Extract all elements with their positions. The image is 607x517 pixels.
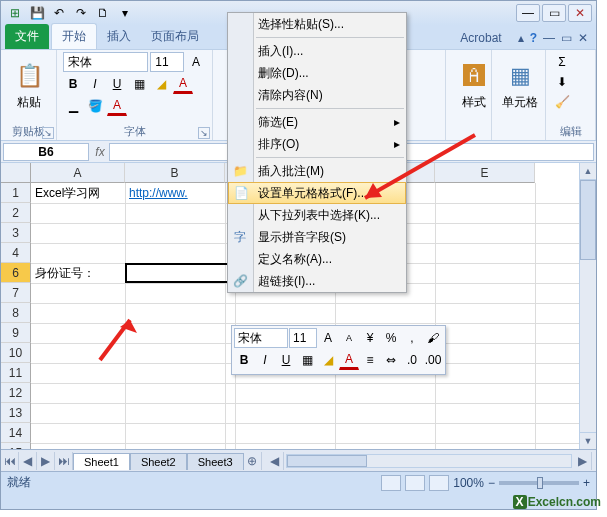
minimize-button[interactable]: — [516, 4, 540, 22]
cells-button[interactable]: ▦ 单元格 [498, 52, 542, 118]
scroll-up-icon[interactable]: ▲ [580, 163, 596, 180]
ribbon-minimize-icon[interactable]: ▴ [518, 31, 524, 45]
bold-button[interactable]: B [63, 74, 83, 94]
menu-hyperlink[interactable]: 🔗超链接(I)... [228, 270, 406, 292]
qat-more-icon[interactable]: ▾ [115, 3, 135, 23]
row-header[interactable]: 2 [1, 203, 31, 223]
zoom-in-button[interactable]: + [583, 476, 590, 490]
sheet-nav-next[interactable]: ▶ [37, 452, 55, 470]
excel-icon[interactable]: ⊞ [5, 3, 25, 23]
row-header[interactable]: 14 [1, 423, 31, 443]
mini-center[interactable]: ≡ [360, 350, 380, 370]
menu-clear[interactable]: 清除内容(N) [228, 84, 406, 106]
mini-comma[interactable]: , [402, 328, 422, 348]
row-header[interactable]: 10 [1, 343, 31, 363]
row-header-selected[interactable]: 6 [1, 263, 31, 283]
mini-font-combo[interactable]: 宋体 [234, 328, 288, 348]
font-color2-button[interactable]: A [107, 96, 127, 116]
mini-shrink-font[interactable]: A [339, 328, 359, 348]
hscroll-right[interactable]: ▶ [574, 452, 592, 470]
help-icon[interactable]: ? [530, 31, 537, 45]
mini-fill-color[interactable]: ◢ [318, 350, 338, 370]
name-box[interactable]: B6 [3, 143, 89, 161]
col-header-a[interactable]: A [31, 163, 125, 183]
row-header[interactable]: 12 [1, 383, 31, 403]
mini-font-color[interactable]: A [339, 350, 359, 370]
scroll-down-icon[interactable]: ▼ [580, 432, 596, 449]
sheet-tab-2[interactable]: Sheet2 [130, 453, 187, 470]
fx-icon[interactable]: fx [91, 145, 109, 159]
sheet-nav-first[interactable]: ⏮ [1, 452, 19, 470]
menu-paste-special[interactable]: 选择性粘贴(S)... [228, 13, 406, 35]
hscroll-thumb[interactable] [287, 455, 367, 467]
zoom-level[interactable]: 100% [453, 476, 484, 490]
sheet-tab-1[interactable]: Sheet1 [73, 453, 130, 470]
mini-dec-dec[interactable]: .00 [423, 350, 443, 370]
menu-dropdown-select[interactable]: 从下拉列表中选择(K)... [228, 204, 406, 226]
scroll-thumb[interactable] [580, 180, 596, 260]
menu-delete[interactable]: 删除(D)... [228, 62, 406, 84]
border-bottom-button[interactable]: ▁ [63, 96, 83, 116]
styles-button[interactable]: 🅰 样式 [452, 52, 496, 118]
tab-acrobat[interactable]: Acrobat [450, 27, 511, 49]
mini-underline[interactable]: U [276, 350, 296, 370]
doc-close-button[interactable]: ✕ [578, 31, 588, 45]
tab-insert[interactable]: 插入 [97, 24, 141, 49]
menu-format-cells[interactable]: 📄设置单元格格式(F).. [228, 182, 406, 204]
fill-button[interactable]: ⬇ [552, 72, 572, 92]
hscroll-track[interactable] [286, 454, 572, 468]
font-color-button[interactable]: A [173, 74, 193, 94]
menu-define-name[interactable]: 定义名称(A)... [228, 248, 406, 270]
row-header[interactable]: 9 [1, 323, 31, 343]
font-size-combo[interactable]: 11 [150, 52, 184, 72]
mini-currency[interactable]: ¥ [360, 328, 380, 348]
menu-phonetic[interactable]: 字显示拼音字段(S) [228, 226, 406, 248]
view-normal-button[interactable] [381, 475, 401, 491]
new-sheet-button[interactable]: ⊕ [244, 452, 262, 470]
menu-filter[interactable]: 筛选(E)▸ [228, 111, 406, 133]
sheet-nav-prev[interactable]: ◀ [19, 452, 37, 470]
zoom-out-button[interactable]: − [488, 476, 495, 490]
close-button[interactable]: ✕ [568, 4, 592, 22]
underline-button[interactable]: U [107, 74, 127, 94]
menu-sort[interactable]: 排序(O)▸ [228, 133, 406, 155]
zoom-slider[interactable] [499, 481, 579, 485]
mini-merge[interactable]: ⇔ [381, 350, 401, 370]
mini-border[interactable]: ▦ [297, 350, 317, 370]
mini-dec-inc[interactable]: .0 [402, 350, 422, 370]
font-name-combo[interactable]: 宋体 [63, 52, 148, 72]
mini-grow-font[interactable]: A [318, 328, 338, 348]
menu-insert-comment[interactable]: 📁插入批注(M) [228, 160, 406, 182]
hscroll-left[interactable]: ◀ [266, 452, 284, 470]
doc-min-button[interactable]: — [543, 31, 555, 45]
col-header-e[interactable]: E [435, 163, 535, 183]
row-header[interactable]: 11 [1, 363, 31, 383]
clipboard-launcher[interactable]: ↘ [42, 127, 54, 139]
fill-color2-button[interactable]: 🪣 [85, 96, 105, 116]
border-button[interactable]: ▦ [129, 74, 149, 94]
row-header[interactable]: 15 [1, 443, 31, 449]
autosum-button[interactable]: Σ [552, 52, 572, 72]
italic-button[interactable]: I [85, 74, 105, 94]
clear-button[interactable]: 🧹 [552, 92, 572, 112]
tab-home[interactable]: 开始 [51, 23, 97, 49]
save-button[interactable]: 💾 [27, 3, 47, 23]
font-launcher[interactable]: ↘ [198, 127, 210, 139]
view-layout-button[interactable] [405, 475, 425, 491]
new-button[interactable]: 🗋 [93, 3, 113, 23]
row-header[interactable]: 4 [1, 243, 31, 263]
mini-format-painter[interactable]: 🖌 [423, 328, 443, 348]
mini-percent[interactable]: % [381, 328, 401, 348]
menu-insert[interactable]: 插入(I)... [228, 40, 406, 62]
row-header[interactable]: 13 [1, 403, 31, 423]
maximize-button[interactable]: ▭ [542, 4, 566, 22]
view-pagebreak-button[interactable] [429, 475, 449, 491]
sheet-nav-last[interactable]: ⏭ [55, 452, 73, 470]
row-header[interactable]: 3 [1, 223, 31, 243]
undo-button[interactable]: ↶ [49, 3, 69, 23]
fill-color-button[interactable]: ◢ [151, 74, 171, 94]
col-header-b[interactable]: B [125, 163, 225, 183]
vertical-scrollbar[interactable]: ▲ ▼ [579, 163, 596, 449]
sheet-tab-3[interactable]: Sheet3 [187, 453, 244, 470]
mini-bold[interactable]: B [234, 350, 254, 370]
